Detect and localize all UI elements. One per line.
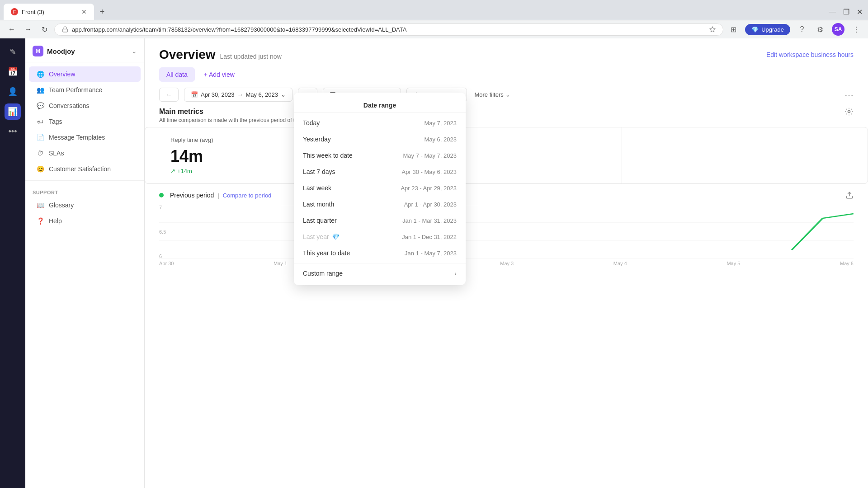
premium-gem-icon: 💎 [332, 233, 340, 240]
app-icon-bar: ✎ 📅 👤 📊 ••• [0, 38, 25, 488]
book-icon: 📖 [36, 201, 44, 209]
more-filters-chevron-icon: ⌄ [505, 91, 510, 98]
chart-svg [159, 205, 854, 259]
add-view-button[interactable]: + Add view [198, 67, 240, 82]
svg-marker-1 [710, 27, 715, 32]
upgrade-button[interactable]: 💎 Upgrade [745, 24, 790, 35]
date-option-yesterday[interactable]: Yesterday May 6, 2023 [294, 131, 466, 147]
analytics-icon[interactable]: 📊 [5, 103, 21, 120]
reply-time-delta-value: +14m [177, 168, 192, 174]
edit-business-hours-link[interactable]: Edit workspace business hours [766, 51, 854, 58]
sidebar-item-tags[interactable]: 🏷 Tags [29, 114, 141, 129]
date-option-this-week[interactable]: This week to date May 7 - May 7, 2023 [294, 147, 466, 164]
sidebar-collapse-icon[interactable]: ⌄ [132, 47, 137, 55]
prev-date-button[interactable]: ← [159, 88, 179, 102]
main-content: Overview Last updated just now Edit work… [145, 38, 868, 488]
compare-period-label: | [217, 192, 219, 199]
workspace-switcher[interactable]: M Moodjoy [33, 46, 75, 56]
title-area: Overview Last updated just now [159, 47, 282, 62]
export-icon[interactable] [845, 191, 854, 199]
date-option-last-week[interactable]: Last week Apr 23 - Apr 29, 2023 [294, 180, 466, 196]
address-bar[interactable]: app.frontapp.com/analytics/team/tim:7858… [54, 23, 723, 36]
help-circle-icon: ❓ [36, 217, 44, 225]
active-tab[interactable]: F Front (3) ✕ [4, 4, 94, 20]
sidebar-item-conversations[interactable]: 💬 Conversations [29, 98, 141, 113]
view-tabs: All data + Add view [145, 62, 868, 82]
compare-toggle[interactable]: Compare to period [223, 192, 272, 199]
date-option-last-7-days[interactable]: Last 7 days Apr 30 - May 6, 2023 [294, 164, 466, 180]
sidebar-item-message-templates[interactable]: 📄 Message Templates [29, 130, 141, 145]
reload-button[interactable]: ↻ [38, 23, 51, 36]
help-icon[interactable]: ? [796, 23, 808, 36]
options-menu-button[interactable]: ⋯ [844, 89, 854, 100]
sidebar-item-slas[interactable]: ⏱ SLAs [29, 145, 141, 161]
metrics-title: Main metrics [159, 108, 203, 116]
date-option-this-year[interactable]: This year to date Jan 1 - May 7, 2023 [294, 245, 466, 261]
last-month-label: Last month [303, 201, 334, 208]
users-icon: 👥 [36, 86, 44, 94]
date-range-button[interactable]: 📅 Apr 30, 2023 → May 6, 2023 ⌄ [184, 88, 292, 102]
menu-icon[interactable]: ⋮ [850, 23, 863, 36]
sidebar-item-glossary[interactable]: 📖 Glossary [29, 197, 141, 213]
y-label-7: 7 [159, 205, 177, 210]
yesterday-label: Yesterday [303, 136, 331, 143]
back-button[interactable]: ← [5, 23, 18, 36]
globe-icon: 🌐 [36, 70, 44, 78]
profile-avatar[interactable]: SA [832, 23, 844, 36]
sidebar-item-help[interactable]: ❓ Help [29, 213, 141, 229]
metrics-subtitle: All time comparison is made with the pre… [159, 117, 854, 123]
sidebar-item-overview[interactable]: 🌐 Overview [29, 66, 141, 82]
star-icon[interactable] [709, 26, 716, 33]
sidebar-item-glossary-label: Glossary [49, 202, 74, 209]
last-7-days-label: Last 7 days [303, 168, 335, 175]
minimize-button[interactable]: — [829, 8, 836, 16]
contacts-icon[interactable]: 👤 [5, 84, 21, 100]
restore-button[interactable]: ❐ [843, 8, 849, 16]
app: ✎ 📅 👤 📊 ••• M Moodjoy ⌄ 🌐 Overview 👥 Tea… [0, 38, 868, 488]
sidebar: M Moodjoy ⌄ 🌐 Overview 👥 Team Performanc… [25, 38, 145, 488]
page-title: Overview [159, 47, 216, 62]
upgrade-label: Upgrade [761, 26, 784, 33]
y-label-6-5: 6.5 [159, 229, 177, 235]
last-year-date: Jan 1 - Dec 31, 2022 [402, 234, 457, 240]
satisfaction-icon: 😊 [36, 165, 44, 173]
new-tab-button[interactable]: + [96, 5, 108, 18]
more-icon[interactable]: ••• [5, 123, 21, 140]
tab-all-data[interactable]: All data [159, 67, 195, 82]
calendar-icon[interactable]: 📅 [5, 64, 21, 80]
workspace-name: Moodjoy [47, 47, 75, 55]
settings-icon[interactable]: ⚙ [814, 23, 826, 36]
date-option-custom[interactable]: Custom range › [294, 265, 466, 282]
last-7-days-date: Apr 30 - May 6, 2023 [402, 169, 457, 175]
more-filters-button[interactable]: More filters ⌄ [474, 91, 510, 98]
last-month-date: Apr 1 - Apr 30, 2023 [404, 201, 457, 208]
browser-chrome: F Front (3) ✕ + — ❐ ✕ ← → ↻ app.frontapp… [0, 0, 868, 38]
template-icon: 📄 [36, 133, 44, 141]
date-option-last-quarter[interactable]: Last quarter Jan 1 - Mar 31, 2023 [294, 212, 466, 229]
last-quarter-date: Jan 1 - Mar 31, 2023 [402, 217, 457, 224]
date-option-last-month[interactable]: Last month Apr 1 - Apr 30, 2023 [294, 196, 466, 212]
close-button[interactable]: ✕ [857, 8, 863, 16]
sidebar-item-conversations-label: Conversations [49, 102, 90, 109]
compose-icon[interactable]: ✎ [5, 44, 21, 60]
sidebar-item-team-performance[interactable]: 👥 Team Performance [29, 82, 141, 98]
url-text: app.frontapp.com/analytics/team/tim:7858… [72, 26, 706, 33]
sidebar-item-slas-label: SLAs [49, 150, 64, 157]
date-option-today[interactable]: Today May 7, 2023 [294, 115, 466, 131]
y-label-6: 6 [159, 253, 177, 259]
forward-button[interactable]: → [22, 23, 34, 36]
metrics-cards: Reply time (avg) 14m ↗ +14m Archived con… [145, 127, 868, 184]
svg-rect-0 [63, 29, 68, 32]
tab-close-button[interactable]: ✕ [81, 8, 87, 15]
tag-icon: 🏷 [36, 117, 44, 126]
tab-bar: F Front (3) ✕ + — ❐ ✕ [0, 0, 868, 20]
settings-gear-icon[interactable] [844, 107, 854, 116]
chart-header: Previous period | Compare to period [159, 191, 854, 199]
sidebar-item-customer-satisfaction[interactable]: 😊 Customer Satisfaction [29, 161, 141, 177]
date-to: May 6, 2023 [245, 91, 278, 98]
this-year-date: Jan 1 - May 7, 2023 [405, 250, 457, 257]
chart-area: 7 6.5 6 [159, 205, 854, 259]
dropdown-title: Date range [294, 96, 466, 113]
extensions-icon[interactable]: ⊞ [727, 23, 740, 36]
sidebar-item-overview-label: Overview [49, 70, 75, 78]
